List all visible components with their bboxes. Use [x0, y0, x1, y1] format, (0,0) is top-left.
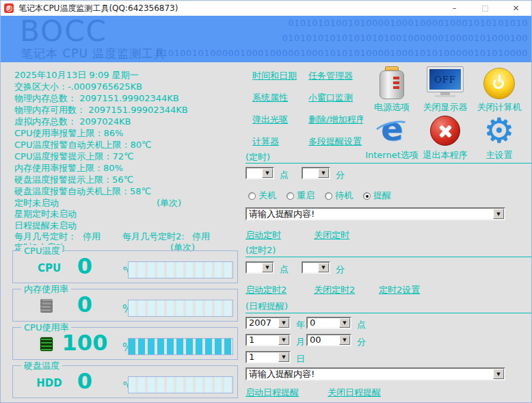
link-add-remove-programs[interactable]: 删除/增加程序	[308, 114, 363, 126]
gear-icon: ⚙	[472, 114, 527, 147]
monitor-off-icon: OFF	[418, 64, 473, 99]
mem-usage-bar	[128, 300, 233, 317]
window-controls: – ✕	[439, 1, 531, 16]
chevron-down-icon[interactable]: ▼	[339, 318, 350, 328]
radio-shutdown[interactable]: 关机	[248, 190, 276, 202]
chevron-down-icon[interactable]: ▼	[262, 263, 273, 272]
cpu-temp-bar	[128, 261, 233, 278]
mem-usage-value: 0	[51, 293, 119, 316]
chevron-down-icon[interactable]: ▼	[318, 168, 329, 178]
timer2-hour-label: 点	[280, 263, 289, 276]
schedule-day-value: 1	[247, 352, 278, 362]
gauge-cpu-usage: CPU使用率 100 %	[12, 327, 238, 360]
link-timer2-settings[interactable]: 定时2设置	[379, 284, 420, 296]
link-task-manager[interactable]: 任务管理器	[308, 70, 353, 82]
power-options-button[interactable]: 电源选项	[364, 64, 419, 114]
main-settings-button[interactable]: ⚙ 主设置	[472, 114, 527, 161]
exit-app-label: 退出本程序	[418, 149, 473, 161]
link-system-props[interactable]: 系统属性	[252, 92, 288, 104]
schedule-hour-label: 点	[357, 319, 366, 331]
close-button[interactable]: ✕	[501, 1, 531, 16]
minimize-icon: –	[453, 3, 457, 13]
chevron-down-icon[interactable]: ▼	[339, 335, 350, 345]
header-banner: BOCC 笔记本 CPU 温度监测工具 01010101001010000100…	[1, 16, 531, 62]
link-multi-reminder-settings[interactable]: 多段提醒设置	[308, 135, 362, 148]
hdd-temp-bar	[128, 376, 233, 393]
cpu-usage-value: 100	[51, 331, 119, 354]
shutdown-button[interactable]: 关闭计算机	[472, 64, 527, 114]
status-datetime: 2025年10月13日 9:09 星期一	[14, 69, 139, 81]
link-start-schedule[interactable]: 启动日程提醒	[245, 387, 299, 399]
schedule-year-select[interactable]: 2007▼	[245, 317, 291, 329]
timer1-hour-select[interactable]: ▼	[245, 167, 274, 179]
radio-icon	[248, 192, 256, 200]
radio-restart[interactable]: 重启	[287, 190, 315, 202]
binary-row: 0101001010000010001000001000101010100001…	[156, 48, 528, 58]
app-icon-glyph: B	[6, 5, 12, 12]
cpu-usage-bar	[128, 338, 233, 355]
chevron-down-icon[interactable]: ▼	[318, 263, 329, 272]
chevron-down-icon[interactable]: ▼	[493, 369, 504, 379]
internet-options-label: Internet选项	[364, 149, 419, 161]
status-hdd-temp-warn-limit: 硬盘温度报警提示上限：56℃	[14, 174, 133, 186]
radio-icon	[363, 192, 371, 200]
schedule-month-value: 1	[247, 335, 278, 345]
internet-options-button[interactable]: e Internet选项	[364, 114, 419, 161]
chevron-down-icon[interactable]: ▼	[278, 318, 289, 328]
gauge-mem-usage: 内存使用率 0 %	[12, 289, 238, 322]
status-mem-usage-limit: 内存使用率报警上限：80%	[14, 162, 123, 174]
timer1-reminder-combo[interactable]: 请输入提醒内容!▼	[245, 207, 505, 220]
status-cpu-temp-warn-limit: CPU温度报警提示上限：72℃	[14, 151, 134, 163]
app-icon: B	[4, 3, 14, 13]
timer2-heading: (定时2)	[245, 244, 276, 257]
link-stop-timer1[interactable]: 关闭定时	[314, 229, 349, 242]
battery-icon	[364, 64, 419, 99]
schedule-hour-select[interactable]: 0▼	[306, 317, 351, 329]
schedule-minute-value: 00	[308, 335, 339, 345]
schedule-hour-value: 0	[308, 318, 339, 328]
schedule-day-select[interactable]: 1▼	[245, 351, 291, 363]
chevron-down-icon[interactable]: ▼	[278, 335, 289, 345]
schedule-month-label: 月	[296, 336, 305, 348]
schedule-heading: (日程提醒)	[245, 300, 288, 313]
schedule-month-select[interactable]: 1▼	[245, 334, 291, 346]
schedule-minute-select[interactable]: 00▼	[306, 334, 351, 346]
status-hdd-temp-shutdown-limit: 硬盘温度报警自动关机上限：58℃	[14, 185, 151, 198]
link-stop-timer2[interactable]: 关闭定时2	[314, 284, 355, 296]
link-time-date[interactable]: 时间和日期	[252, 70, 297, 82]
schedule-divider	[245, 313, 531, 313]
link-mini-monitor[interactable]: 小窗口监测	[308, 92, 353, 104]
radio-icon	[287, 192, 294, 200]
radio-standby[interactable]: 待机	[325, 190, 353, 202]
monitor-off-button[interactable]: OFF 关闭显示器	[418, 64, 473, 114]
cpu-temp-value: 0	[51, 255, 119, 278]
minimize-button[interactable]: –	[439, 1, 470, 16]
timer2-hour-select[interactable]: ▼	[245, 261, 274, 274]
radio-shutdown-label: 关机	[258, 190, 276, 202]
maximize-button[interactable]	[470, 1, 501, 16]
exit-app-button[interactable]: 退出本程序	[418, 114, 473, 161]
timer2-minute-select[interactable]: ▼	[302, 261, 330, 274]
timer1-minute-select[interactable]: ▼	[302, 167, 330, 179]
link-stop-schedule[interactable]: 关闭日程提醒	[328, 387, 381, 399]
status-cpu-usage-limit: CPU使用率报警上限：86%	[14, 127, 123, 140]
link-start-timer2[interactable]: 启动定时2	[245, 284, 287, 296]
link-start-timer1[interactable]: 启动定时	[245, 229, 281, 242]
link-calculator[interactable]: 计算器	[252, 135, 279, 148]
timer1-minute-label: 分	[336, 169, 345, 181]
timer1-divider	[245, 163, 531, 164]
radio-reminder[interactable]: 提醒	[363, 190, 391, 202]
chevron-down-icon[interactable]: ▼	[278, 352, 289, 362]
chevron-down-icon[interactable]: ▼	[262, 168, 273, 178]
timer2-minute-label: 分	[336, 263, 345, 276]
schedule-reminder-combo[interactable]: 请输入提醒内容!▼	[245, 367, 505, 380]
link-eject-cdrom[interactable]: 弹出光驱	[252, 114, 288, 126]
status-phys-mem-total: 物理内存总数： 2097151.99902344KB	[14, 92, 179, 105]
timer1-status-text: 定时未启动	[14, 198, 59, 208]
power-button-icon	[472, 64, 527, 99]
chevron-down-icon[interactable]: ▼	[493, 209, 504, 219]
monthly-timer-label: 每月几号定时：	[14, 231, 77, 242]
schedule-day-label: 日	[296, 353, 305, 365]
hdd-temp-value: 0	[51, 369, 119, 393]
radio-icon	[325, 192, 332, 200]
